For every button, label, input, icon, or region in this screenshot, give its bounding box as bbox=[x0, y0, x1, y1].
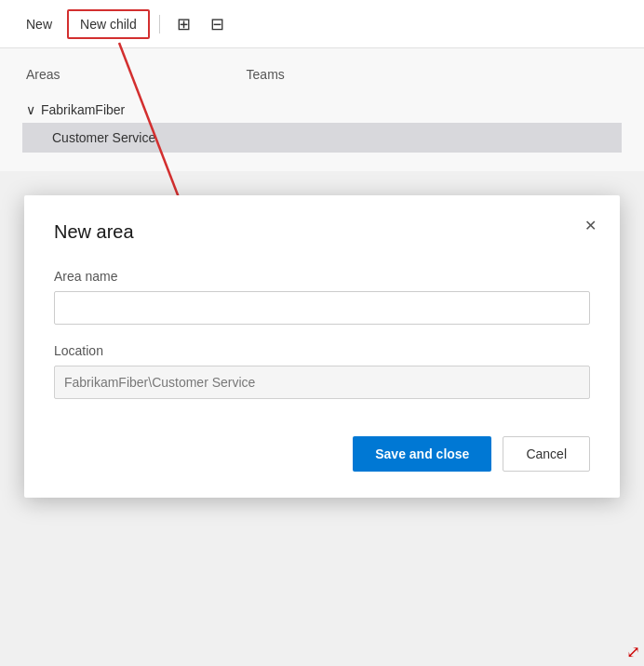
modal-overlay: ✕ New area Area name Location FabrikamFi… bbox=[0, 0, 644, 666]
location-group: Location FabrikamFiber\Customer Service bbox=[54, 343, 590, 399]
area-name-group: Area name bbox=[54, 269, 590, 325]
close-icon: ✕ bbox=[584, 217, 597, 234]
save-and-close-button[interactable]: Save and close bbox=[353, 436, 491, 472]
new-area-dialog: ✕ New area Area name Location FabrikamFi… bbox=[24, 195, 620, 498]
close-button[interactable]: ✕ bbox=[575, 210, 605, 240]
area-name-label: Area name bbox=[54, 269, 590, 284]
location-label: Location bbox=[54, 343, 590, 358]
cancel-button[interactable]: Cancel bbox=[503, 436, 590, 472]
location-value: FabrikamFiber\Customer Service bbox=[54, 366, 590, 399]
area-name-input[interactable] bbox=[54, 291, 590, 325]
dialog-title: New area bbox=[54, 221, 590, 243]
dialog-footer: Save and close Cancel bbox=[54, 436, 590, 472]
